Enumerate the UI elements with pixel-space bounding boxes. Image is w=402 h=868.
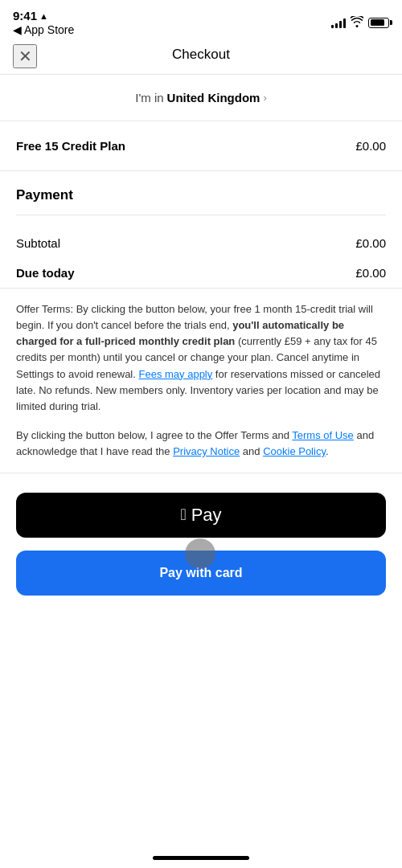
wifi-icon <box>351 16 363 30</box>
terms-of-use-link[interactable]: Terms of Use <box>292 429 354 441</box>
location-country: United Kingdom <box>167 91 260 104</box>
app-store-label: App Store <box>24 23 74 36</box>
app-store-back-button[interactable]: ◀ App Store <box>13 23 74 36</box>
header-title: Checkout <box>172 47 230 63</box>
plan-price: £0.00 <box>355 139 386 153</box>
pay-with-card-button[interactable]: Pay with card <box>16 551 386 596</box>
back-chevron-icon: ◀ <box>13 23 22 36</box>
subtotal-value: £0.00 <box>355 236 386 250</box>
location-arrow-icon: ▲ <box>39 11 48 21</box>
location-row[interactable]: I'm in United Kingdom › <box>0 75 402 121</box>
due-today-row: Due today £0.00 <box>16 258 386 288</box>
checkout-header: ✕ Checkout <box>0 39 402 75</box>
apple-pay-label: Pay <box>191 505 222 526</box>
status-right <box>331 16 389 30</box>
location-prefix: I'm in <box>135 91 163 104</box>
plan-row: Free 15 Credit Plan £0.00 <box>0 121 402 171</box>
apple-pay-button[interactable]:  Pay <box>16 493 386 538</box>
plan-name: Free 15 Credit Plan <box>16 139 125 153</box>
payment-title: Payment <box>16 187 386 203</box>
agree-text: By clicking the button below, I agree to… <box>16 428 386 460</box>
due-today-label: Due today <box>16 266 75 280</box>
cookie-policy-link[interactable]: Cookie Policy <box>263 445 326 457</box>
divider <box>16 215 386 215</box>
chevron-right-icon: › <box>263 92 266 104</box>
subtotal-label: Subtotal <box>16 236 60 250</box>
status-left: 9:41 ▲ ◀ App Store <box>13 9 74 36</box>
apple-logo-icon:  <box>180 506 186 522</box>
home-indicator <box>153 856 249 860</box>
terms-section: Offer Terms: By clicking the button belo… <box>0 288 402 473</box>
payment-section: Payment Subtotal £0.00 Due today £0.00 <box>0 171 402 288</box>
signal-bars-icon <box>331 17 346 28</box>
privacy-notice-link[interactable]: Privacy Notice <box>173 445 240 457</box>
terms-body: Offer Terms: By clicking the button belo… <box>16 301 386 415</box>
fees-may-apply-link[interactable]: Fees may apply <box>138 368 212 380</box>
status-time: 9:41 <box>13 9 37 23</box>
battery-icon <box>368 18 389 28</box>
close-button[interactable]: ✕ <box>13 44 37 68</box>
status-bar: 9:41 ▲ ◀ App Store <box>0 0 402 39</box>
due-today-value: £0.00 <box>355 266 386 280</box>
buttons-section:  Pay Pay with card <box>0 473 402 608</box>
subtotal-row: Subtotal £0.00 <box>16 228 386 258</box>
